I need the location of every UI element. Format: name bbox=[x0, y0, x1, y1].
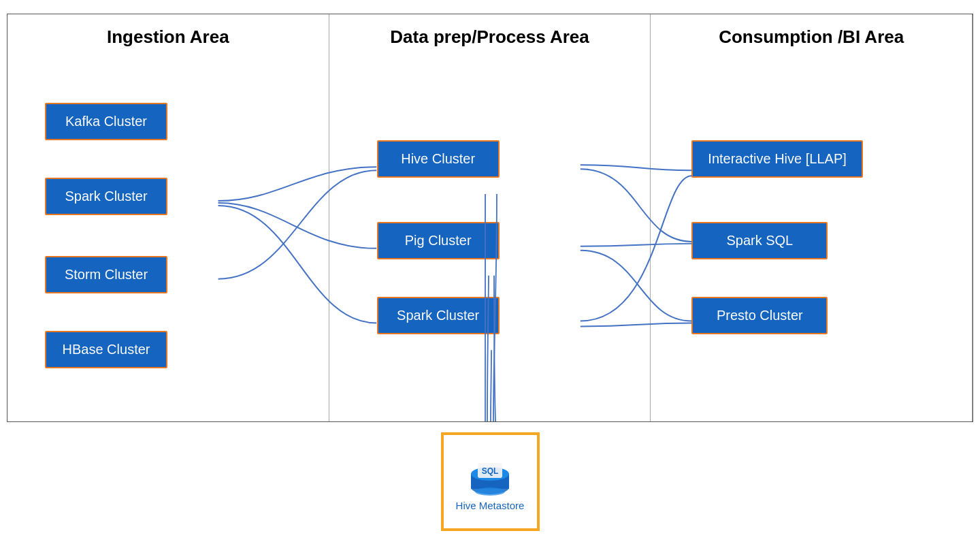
col-header-ingestion: Ingestion Area bbox=[100, 14, 236, 54]
diagram-area: Ingestion Area Kafka Cluster Spark Clust… bbox=[7, 14, 973, 422]
bottom-area: SQL Hive Metastore bbox=[7, 422, 973, 541]
spark-sql-cluster: Spark SQL bbox=[691, 222, 828, 259]
column-dataprep: Data prep/Process Area Hive Cluster Pig … bbox=[329, 14, 651, 421]
metastore-label: Hive Metastore bbox=[456, 500, 525, 511]
interactive-hive-cluster: Interactive Hive [LLAP] bbox=[691, 140, 862, 178]
hive-metastore-box: SQL Hive Metastore bbox=[441, 432, 540, 531]
col-header-dataprep: Data prep/Process Area bbox=[383, 14, 595, 54]
presto-cluster: Presto Cluster bbox=[691, 297, 828, 334]
main-container: Ingestion Area Kafka Cluster Spark Clust… bbox=[7, 14, 973, 541]
svg-text:SQL: SQL bbox=[482, 466, 499, 476]
column-ingestion: Ingestion Area Kafka Cluster Spark Clust… bbox=[7, 14, 329, 421]
hive-cluster-dp: Hive Cluster bbox=[377, 140, 500, 178]
col-header-consumption: Consumption /BI Area bbox=[712, 14, 911, 54]
hbase-cluster: HBase Cluster bbox=[45, 331, 167, 368]
spark-cluster-ingestion: Spark Cluster bbox=[45, 178, 167, 215]
svg-point-5 bbox=[475, 487, 505, 496]
kafka-cluster: Kafka Cluster bbox=[45, 103, 167, 140]
column-consumption: Consumption /BI Area Interactive Hive [L… bbox=[651, 14, 973, 421]
spark-cluster-dp: Spark Cluster bbox=[377, 297, 500, 334]
metastore-icon: SQL bbox=[465, 453, 516, 497]
sql-icon: SQL bbox=[466, 453, 514, 496]
pig-cluster: Pig Cluster bbox=[377, 222, 500, 259]
storm-cluster: Storm Cluster bbox=[45, 256, 167, 293]
